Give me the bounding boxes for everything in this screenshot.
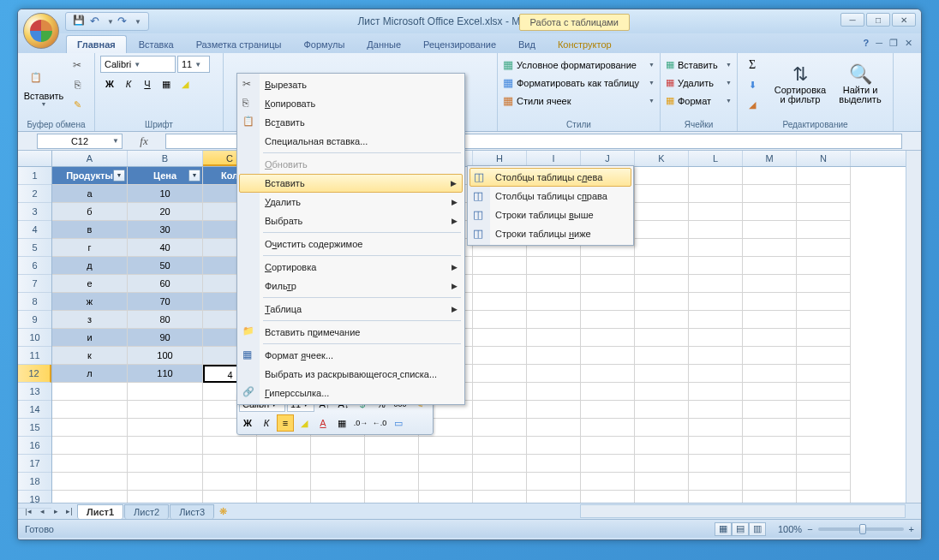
mini-font-color[interactable]: A (314, 414, 332, 432)
cell-D17[interactable] (257, 455, 311, 473)
tab-4[interactable]: Данные (356, 36, 411, 53)
paste-button[interactable]: Вставить ▼ (23, 56, 64, 112)
cell-H7[interactable] (473, 275, 527, 293)
menu-item[interactable]: Вставить (239, 113, 463, 132)
menu-item[interactable]: Удалить▶ (239, 193, 463, 211)
cell-I6[interactable] (527, 257, 581, 275)
cell-B12[interactable]: 110 (128, 365, 203, 383)
cell-M13[interactable] (743, 383, 797, 401)
cell-H6[interactable] (473, 257, 527, 275)
menu-item[interactable]: Таблица▶ (239, 300, 463, 319)
cell-H15[interactable] (473, 419, 527, 437)
cell-J11[interactable] (581, 347, 635, 365)
cell-M12[interactable] (743, 365, 797, 383)
cell-J6[interactable] (581, 257, 635, 275)
cell-N7[interactable] (797, 275, 851, 293)
cell-B5[interactable]: 40 (128, 239, 203, 257)
cell-L6[interactable] (689, 257, 743, 275)
menu-item[interactable]: Формат ячеек... (239, 346, 463, 365)
cell-L8[interactable] (689, 293, 743, 311)
italic-button[interactable]: К (119, 74, 138, 93)
cell-D19[interactable] (257, 491, 311, 503)
cell-L19[interactable] (689, 491, 743, 503)
cell-M15[interactable] (743, 419, 797, 437)
cell-C16[interactable] (203, 437, 257, 455)
mini-italic[interactable]: К (258, 414, 275, 432)
cell-N12[interactable] (797, 365, 851, 383)
format-cells-button[interactable]: ▦Формат▼ (666, 92, 732, 110)
cell-B4[interactable]: 30 (128, 221, 203, 239)
cell-A2[interactable]: а (52, 185, 128, 203)
border-button[interactable]: ▦ (157, 74, 176, 93)
cell-J18[interactable] (581, 473, 635, 491)
cell-I15[interactable] (527, 419, 581, 437)
sheet-tab-0[interactable]: Лист1 (77, 504, 123, 519)
cell-H16[interactable] (473, 437, 527, 455)
cell-A15[interactable] (52, 419, 128, 437)
cell-L3[interactable] (689, 203, 743, 221)
fx-icon[interactable]: fx (140, 134, 147, 148)
cell-N1[interactable] (797, 167, 851, 185)
new-sheet-icon[interactable]: ❋ (219, 506, 227, 517)
cell-I19[interactable] (527, 491, 581, 503)
mini-bold[interactable]: Ж (239, 414, 256, 432)
cell-H18[interactable] (473, 473, 527, 491)
cell-L14[interactable] (689, 401, 743, 419)
cell-K19[interactable] (635, 491, 689, 503)
row-header-14[interactable]: 14 (18, 401, 51, 419)
cell-styles-button[interactable]: ▦Стили ячеек▼ (503, 92, 655, 110)
redo-icon[interactable] (117, 15, 131, 28)
tab-2[interactable]: Разметка страницы (186, 36, 292, 53)
cell-B8[interactable]: 70 (128, 293, 203, 311)
row-header-10[interactable]: 10 (18, 329, 51, 347)
menu-item[interactable]: Выбрать▶ (239, 211, 463, 230)
cell-A10[interactable]: и (52, 329, 128, 347)
find-select-button[interactable]: 🔍Найти и выделить (834, 56, 887, 112)
col-header-A[interactable]: A (52, 151, 128, 166)
row-header-5[interactable]: 5 (18, 239, 51, 257)
cell-K12[interactable] (635, 365, 689, 383)
format-table-button[interactable]: ▦Форматировать как таблицу▼ (503, 74, 655, 92)
cell-A13[interactable] (52, 383, 128, 401)
col-header-H[interactable]: H (473, 151, 527, 166)
cell-L1[interactable] (689, 167, 743, 185)
row-header-4[interactable]: 4 (18, 221, 51, 239)
col-header-M[interactable]: M (743, 151, 797, 166)
tab-5[interactable]: Рецензирование (413, 36, 506, 53)
menu-item[interactable]: Выбрать из раскрывающегося списка... (239, 365, 463, 384)
tab-0[interactable]: Главная (66, 35, 127, 53)
cell-J17[interactable] (581, 455, 635, 473)
cell-N2[interactable] (797, 185, 851, 203)
row-header-18[interactable]: 18 (18, 473, 51, 491)
col-header-N[interactable]: N (797, 151, 851, 166)
cell-H11[interactable] (473, 347, 527, 365)
clear-button[interactable]: ◢ (743, 95, 762, 114)
cell-L5[interactable] (689, 239, 743, 257)
cell-M10[interactable] (743, 329, 797, 347)
cell-B6[interactable]: 50 (128, 257, 203, 275)
cell-I16[interactable] (527, 437, 581, 455)
cell-I11[interactable] (527, 347, 581, 365)
cell-N13[interactable] (797, 383, 851, 401)
cell-C19[interactable] (203, 491, 257, 503)
cell-I10[interactable] (527, 329, 581, 347)
vertical-scrollbar[interactable] (906, 151, 921, 503)
cell-J13[interactable] (581, 383, 635, 401)
cell-B3[interactable]: 20 (128, 203, 203, 221)
cell-D16[interactable] (257, 437, 311, 455)
fill-button[interactable]: ◢ (176, 74, 194, 93)
minimize-button[interactable]: ─ (840, 13, 864, 27)
cell-M1[interactable] (743, 167, 797, 185)
cell-B2[interactable]: 10 (128, 185, 203, 203)
cell-B14[interactable] (128, 401, 203, 419)
cell-L18[interactable] (689, 473, 743, 491)
mini-dec-inc[interactable]: .0→ (352, 414, 369, 432)
cell-M14[interactable] (743, 401, 797, 419)
row-header-12[interactable]: 12 (18, 365, 51, 383)
cell-A6[interactable]: д (52, 257, 128, 275)
cell-D18[interactable] (257, 473, 311, 491)
cell-N3[interactable] (797, 203, 851, 221)
autosum-button[interactable]: Σ (743, 56, 762, 74)
cell-J10[interactable] (581, 329, 635, 347)
mini-fill-color[interactable]: ◢ (296, 414, 313, 432)
